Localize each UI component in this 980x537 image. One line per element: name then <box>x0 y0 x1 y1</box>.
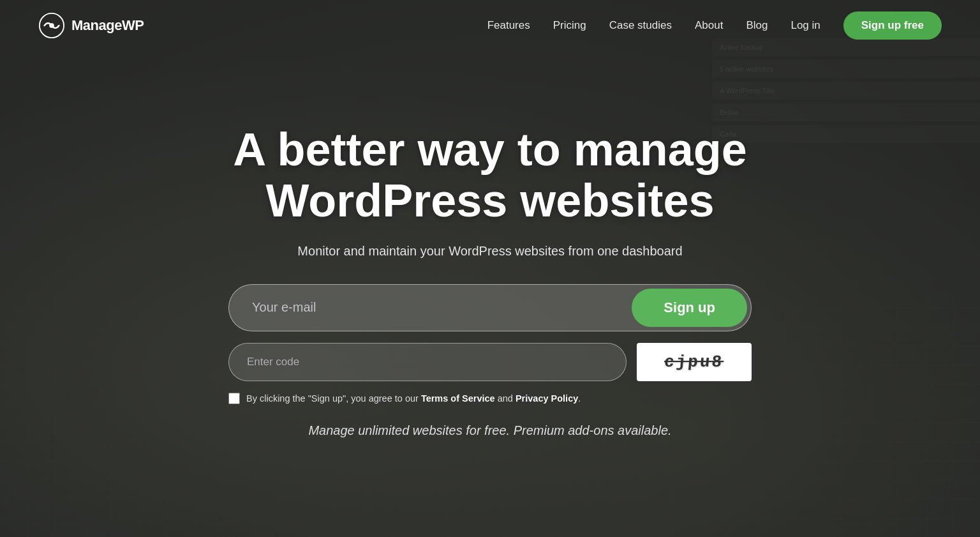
hero-bottom-text: Manage unlimited websites for free. Prem… <box>308 423 671 438</box>
terms-text: By clicking the "Sign up", you agree to … <box>246 393 581 404</box>
captcha-row: cjpu8 <box>228 343 752 381</box>
captcha-input[interactable] <box>247 356 608 368</box>
email-input[interactable] <box>229 285 628 331</box>
hero-title: A better way to manage WordPress website… <box>203 125 777 225</box>
terms-of-service-link[interactable]: Terms of Service <box>421 393 495 404</box>
captcha-input-wrapper <box>228 343 627 381</box>
captcha-image: cjpu8 <box>637 343 752 381</box>
terms-checkbox[interactable] <box>228 393 240 404</box>
terms-row: By clicking the "Sign up", you agree to … <box>228 393 752 404</box>
email-row: Sign up <box>228 284 752 331</box>
hero-section: A better way to manage WordPress website… <box>0 26 980 537</box>
privacy-policy-link[interactable]: Privacy Policy <box>516 393 578 404</box>
hero-subtitle: Monitor and maintain your WordPress webs… <box>297 244 682 259</box>
captcha-display-text: cjpu8 <box>664 352 725 372</box>
signup-form: Sign up cjpu8 By clicking the "Sign up",… <box>228 284 752 423</box>
signup-button[interactable]: Sign up <box>632 289 747 327</box>
page-wrapper: ManageWP Features Pricing Case studies A… <box>0 0 980 537</box>
